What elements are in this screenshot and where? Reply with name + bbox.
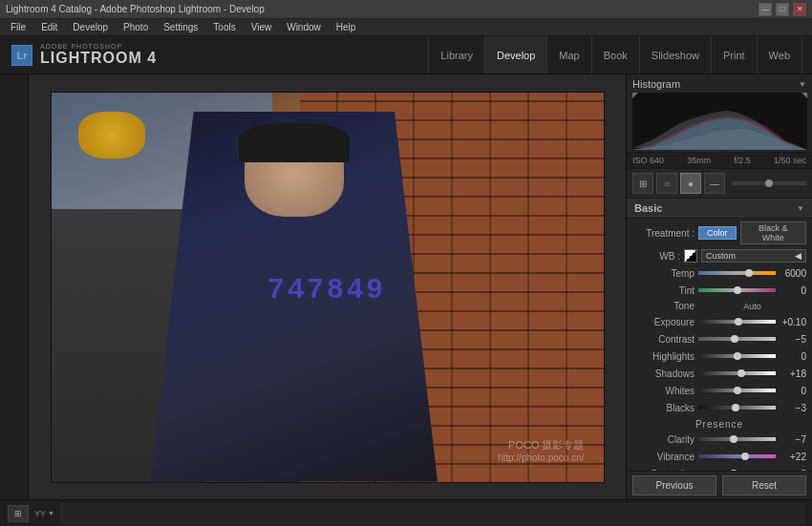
basic-section-header[interactable]: Basic ▼	[627, 199, 812, 219]
contrast-value: −5	[780, 334, 806, 345]
tool-spot[interactable]: ○	[656, 173, 677, 194]
tint-row: Tint 0	[627, 282, 812, 299]
tools-slider-thumb	[765, 179, 773, 187]
contrast-slider[interactable]	[698, 337, 776, 341]
shadows-row: Shadows +18	[627, 365, 812, 382]
color-button[interactable]: Color	[698, 226, 737, 240]
app-title: LIGHTROOM 4	[40, 50, 157, 67]
maximize-button[interactable]: □	[776, 3, 789, 16]
highlights-thumb	[734, 352, 741, 360]
exposure-slider[interactable]	[698, 320, 776, 324]
tone-header-row: Tone Auto	[627, 299, 812, 313]
tool-redeye[interactable]: ●	[680, 173, 701, 194]
vibrance-thumb	[741, 452, 749, 460]
menu-window[interactable]: Window	[284, 22, 324, 32]
logo-text: ADOBE PHOTOSHOP LIGHTROOM 4	[40, 43, 157, 67]
bottom-strip: ⊞ YY ▼	[0, 499, 812, 526]
aperture-value: f/2.5	[734, 156, 751, 165]
histogram-chart	[632, 93, 807, 150]
menu-view[interactable]: View	[248, 22, 275, 32]
tint-slider[interactable]	[698, 288, 776, 292]
wb-eyedropper-icon[interactable]	[684, 249, 697, 263]
reset-button[interactable]: Reset	[722, 475, 806, 495]
shadows-value: +18	[780, 368, 806, 379]
previous-button[interactable]: Previous	[632, 475, 716, 495]
close-button[interactable]: ✕	[793, 3, 806, 16]
whites-value: 0	[780, 386, 806, 396]
histogram-header: Histogram ▼	[632, 78, 806, 90]
temp-label: Temp	[632, 268, 694, 279]
shutter-value: 1/50 sec	[774, 156, 806, 165]
contrast-thumb	[731, 335, 738, 343]
clarity-thumb	[730, 435, 737, 443]
camera-info: ISO 640 35mm f/2.5 1/50 sec	[627, 153, 812, 169]
basic-arrow: ▼	[797, 204, 804, 213]
menu-edit[interactable]: Edit	[38, 22, 60, 32]
clarity-slider[interactable]	[698, 437, 776, 441]
left-panel	[0, 74, 29, 499]
shadows-slider[interactable]	[698, 371, 776, 375]
wb-label: WB :	[632, 251, 680, 262]
wb-row: WB : Custom ◀	[627, 247, 812, 264]
vibrance-value: +22	[780, 452, 806, 462]
tool-gradient[interactable]: —	[704, 173, 725, 194]
nav-book[interactable]: Book	[592, 36, 640, 74]
clarity-row: Clarity −7	[627, 431, 812, 448]
blacks-slider[interactable]	[698, 406, 776, 410]
tool-crop[interactable]: ⊞	[632, 173, 653, 194]
temp-slider[interactable]	[698, 271, 776, 275]
nav-slideshow[interactable]: Slideshow	[640, 36, 712, 74]
saturation-thumb	[730, 470, 737, 471]
tools-slider[interactable]	[732, 181, 806, 185]
highlights-value: 0	[780, 351, 806, 362]
menu-help[interactable]: Help	[333, 22, 359, 32]
nav-library[interactable]: Library	[428, 36, 485, 74]
flowers	[78, 112, 144, 158]
blacks-label: Blacks	[632, 403, 694, 413]
menu-file[interactable]: File	[8, 22, 29, 32]
highlights-label: Highlights	[632, 351, 694, 362]
temp-gradient	[698, 271, 776, 275]
right-panel: Histogram ▼	[626, 74, 812, 499]
treatment-row: Treatment : Color Black & White	[627, 219, 812, 247]
tools-row: ⊞ ○ ● —	[627, 169, 812, 199]
photo-container[interactable]: 747849 POCO·摄影专题 http://photo.poco.cn/	[51, 92, 605, 483]
menu-settings[interactable]: Settings	[160, 22, 201, 32]
menu-develop[interactable]: Develop	[70, 22, 111, 32]
wb-dropdown[interactable]: Custom ◀	[701, 249, 806, 263]
title-text: Lightroom 4 Catalog - Adobe Photoshop Li…	[6, 4, 759, 14]
histogram-canvas	[632, 93, 807, 150]
exposure-value: +0.10	[780, 317, 806, 327]
filmstrip-toggle-button[interactable]: ⊞	[8, 505, 29, 522]
nav-develop[interactable]: Develop	[485, 36, 547, 74]
adobe-label: ADOBE PHOTOSHOP	[40, 43, 157, 50]
basic-panel: Treatment : Color Black & White WB : Cus…	[627, 219, 812, 471]
hair-area	[239, 123, 350, 162]
photo-area: 747849 POCO·摄影专题 http://photo.poco.cn/	[29, 74, 626, 499]
menu-tools[interactable]: Tools	[210, 22, 238, 32]
highlights-slider[interactable]	[698, 354, 776, 358]
clarity-value: −7	[780, 434, 806, 445]
nav-web[interactable]: Web	[758, 36, 802, 74]
whites-label: Whites	[632, 386, 694, 396]
highlights-row: Highlights 0	[627, 347, 812, 365]
histogram-section: Histogram ▼	[627, 74, 812, 153]
window-controls: — □ ✕	[759, 3, 806, 16]
blacks-row: Blacks −3	[627, 399, 812, 416]
exposure-label: Exposure	[632, 317, 694, 327]
minimize-button[interactable]: —	[759, 3, 772, 16]
blacks-value: −3	[780, 403, 806, 413]
histogram-arrow[interactable]: ▼	[799, 80, 806, 89]
nav-print[interactable]: Print	[712, 36, 758, 74]
contrast-label: Contrast	[632, 334, 694, 345]
nav-map[interactable]: Map	[547, 36, 591, 74]
filmstrip-area[interactable]	[60, 503, 804, 524]
whites-thumb	[734, 387, 741, 394]
auto-button[interactable]: Auto	[698, 302, 806, 311]
bw-button[interactable]: Black & White	[740, 221, 806, 244]
menu-photo[interactable]: Photo	[120, 22, 151, 32]
vibrance-label: Vibrance	[632, 452, 694, 462]
whites-slider[interactable]	[698, 389, 776, 392]
vibrance-slider[interactable]	[698, 454, 776, 458]
temp-value: 6000	[780, 268, 806, 279]
